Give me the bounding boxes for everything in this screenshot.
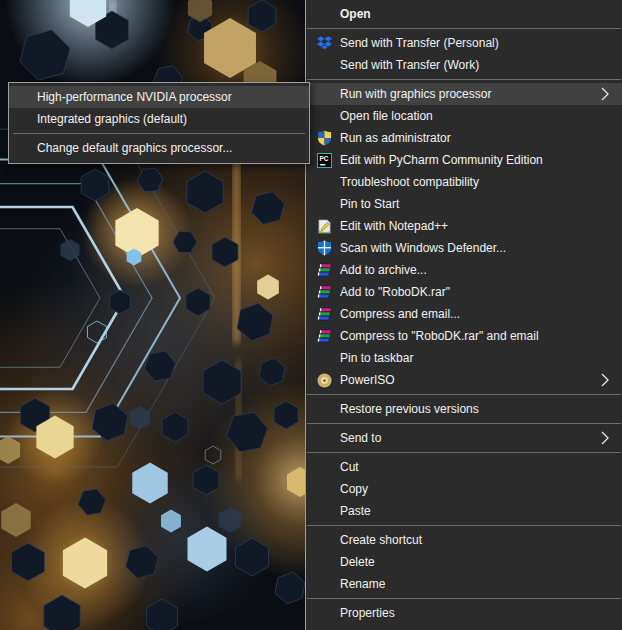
menu-item-label: Scan with Windows Defender... [340, 241, 506, 255]
menu-item-label: Cut [340, 460, 359, 474]
menu-item-pin-to-taskbar[interactable]: Pin to taskbar [306, 347, 622, 369]
menu-item-open-file-location[interactable]: Open file location [306, 105, 622, 127]
menu-item-run-with-graphics-processor[interactable]: Run with graphics processor [306, 83, 622, 105]
menu-item-label: Compress and email... [340, 307, 460, 321]
menu-item-label: Delete [340, 555, 375, 569]
menu-item-label: Restore previous versions [340, 402, 479, 416]
menu-separator [13, 133, 305, 134]
menu-item-label: Properties [340, 606, 395, 620]
menu-item-add-to-robodk-rar[interactable]: Add to "RoboDK.rar" [306, 281, 622, 303]
menu-item-label: Change default graphics processor... [37, 141, 232, 155]
menu-item-send-with-transfer-work[interactable]: Send with Transfer (Work) [306, 54, 622, 76]
menu-separator [307, 525, 621, 526]
graphics-processor-submenu: High-performance NVIDIA processor Integr… [8, 82, 310, 164]
menu-separator [307, 452, 621, 453]
menu-item-restore-previous-versions[interactable]: Restore previous versions [306, 398, 622, 420]
menu-item-paste[interactable]: Paste [306, 500, 622, 522]
menu-item-scan-with-windows-defender[interactable]: Scan with Windows Defender... [306, 237, 622, 259]
menu-item-delete[interactable]: Delete [306, 551, 622, 573]
menu-separator [307, 394, 621, 395]
menu-item-add-to-archive[interactable]: Add to archive... [306, 259, 622, 281]
menu-item-label: Pin to Start [340, 197, 399, 211]
menu-item-send-to[interactable]: Send to [306, 427, 622, 449]
menu-item-compress-to-robodk-rar-and-email[interactable]: Compress to "RoboDK.rar" and email [306, 325, 622, 347]
notepadpp-icon [316, 218, 332, 234]
menu-item-label: Run as administrator [340, 131, 451, 145]
submenu-item-integrated-graphics-default[interactable]: Integrated graphics (default) [9, 108, 309, 130]
menu-item-label: Add to archive... [340, 263, 427, 277]
winrar-icon [316, 284, 332, 300]
menu-item-label: Edit with Notepad++ [340, 219, 448, 233]
menu-item-label: Open file location [340, 109, 433, 123]
menu-item-label: Edit with PyCharm Community Edition [340, 153, 543, 167]
menu-item-label: Run with graphics processor [340, 87, 491, 101]
menu-item-label: Compress to "RoboDK.rar" and email [340, 329, 539, 343]
pycharm-icon: PC [316, 152, 332, 168]
submenu-item-high-performance-nvidia-processor[interactable]: High-performance NVIDIA processor [9, 86, 309, 108]
menu-item-label: Copy [340, 482, 368, 496]
chevron-right-icon [601, 373, 609, 387]
defender-shield-icon [316, 240, 332, 256]
menu-item-label: Send with Transfer (Personal) [340, 36, 499, 50]
svg-text:PC: PC [319, 155, 328, 162]
menu-item-label: Send with Transfer (Work) [340, 58, 479, 72]
menu-item-compress-and-email[interactable]: Compress and email... [306, 303, 622, 325]
menu-item-label: Open [340, 7, 371, 21]
chevron-right-icon [601, 87, 609, 101]
submenu-item-change-default-graphics-processor[interactable]: Change default graphics processor... [9, 137, 309, 159]
menu-item-label: Paste [340, 504, 371, 518]
menu-item-poweriso[interactable]: PowerISO [306, 369, 622, 391]
context-menu: Open Send with Transfer (Personal) Send … [305, 0, 622, 630]
menu-item-troubleshoot-compatibility[interactable]: Troubleshoot compatibility [306, 171, 622, 193]
menu-item-pin-to-start[interactable]: Pin to Start [306, 193, 622, 215]
menu-item-label: Rename [340, 577, 385, 591]
menu-item-cut[interactable]: Cut [306, 456, 622, 478]
menu-separator [307, 423, 621, 424]
menu-item-run-as-administrator[interactable]: Run as administrator [306, 127, 622, 149]
menu-item-edit-with-pycharm[interactable]: PC Edit with PyCharm Community Edition [306, 149, 622, 171]
menu-item-label: Add to "RoboDK.rar" [340, 285, 450, 299]
menu-item-rename[interactable]: Rename [306, 573, 622, 595]
menu-item-copy[interactable]: Copy [306, 478, 622, 500]
chevron-right-icon [601, 431, 609, 445]
winrar-icon [316, 262, 332, 278]
menu-separator [307, 79, 621, 80]
desktop[interactable]: Open Send with Transfer (Personal) Send … [0, 0, 622, 630]
menu-separator [307, 598, 621, 599]
winrar-icon [316, 328, 332, 344]
dropbox-icon [316, 35, 332, 51]
menu-item-label: Pin to taskbar [340, 351, 413, 365]
uac-shield-icon [316, 130, 332, 146]
menu-item-edit-with-notepadpp[interactable]: Edit with Notepad++ [306, 215, 622, 237]
menu-item-label: PowerISO [340, 373, 395, 387]
winrar-icon [316, 306, 332, 322]
menu-item-label: Send to [340, 431, 381, 445]
menu-item-label: Troubleshoot compatibility [340, 175, 479, 189]
menu-separator [307, 28, 621, 29]
menu-item-properties[interactable]: Properties [306, 602, 622, 624]
menu-item-send-with-transfer-personal[interactable]: Send with Transfer (Personal) [306, 32, 622, 54]
menu-item-open[interactable]: Open [306, 3, 622, 25]
menu-item-label: High-performance NVIDIA processor [37, 90, 232, 104]
poweriso-icon [316, 372, 332, 388]
menu-item-create-shortcut[interactable]: Create shortcut [306, 529, 622, 551]
menu-item-label: Create shortcut [340, 533, 422, 547]
menu-item-label: Integrated graphics (default) [37, 112, 187, 126]
